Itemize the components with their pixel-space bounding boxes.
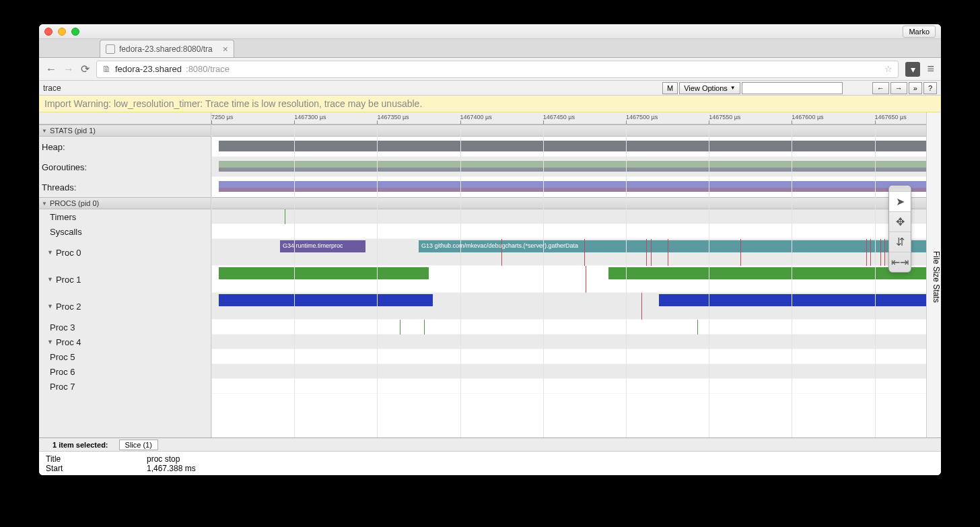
- event-tick[interactable]: [646, 239, 647, 266]
- file-size-stats-tab[interactable]: File Size Stats: [926, 112, 941, 437]
- proc-row-label[interactable]: Proc 0: [39, 239, 211, 266]
- proc-row-label[interactable]: Timers: [39, 209, 211, 224]
- event-tick[interactable]: [880, 239, 881, 266]
- proc-row-label[interactable]: Proc 4: [39, 335, 211, 349]
- proc-row-label[interactable]: Proc 6: [39, 364, 211, 379]
- forward-button[interactable]: →: [63, 63, 74, 75]
- selection-count: 1 item selected:: [39, 441, 115, 449]
- bookmark-star-icon[interactable]: ☆: [884, 64, 893, 74]
- trace-body: STATS (pid 1) Heap:Goroutines:Threads: P…: [39, 112, 941, 437]
- pan-tool-icon[interactable]: ✥: [889, 211, 911, 232]
- event-tick[interactable]: [641, 293, 642, 320]
- trace-span[interactable]: G13 github.com/mkevac/debugcharts.(*serv…: [419, 240, 926, 252]
- proc-track[interactable]: [211, 335, 926, 349]
- browser-tab[interactable]: fedora-23.shared:8080/tra ×: [100, 40, 234, 57]
- track-labels-column: STATS (pid 1) Heap:Goroutines:Threads: P…: [39, 112, 211, 437]
- span-label: G34 runtime.timerproc: [283, 242, 343, 249]
- trace-span[interactable]: [219, 294, 433, 306]
- proc-track[interactable]: [211, 349, 926, 364]
- proc-track[interactable]: [211, 379, 926, 394]
- browser-menu-icon[interactable]: ≡: [927, 62, 934, 76]
- proc-track[interactable]: [211, 293, 926, 320]
- event-tick[interactable]: [870, 239, 871, 266]
- proc-row-label[interactable]: Proc 2: [39, 293, 211, 320]
- proc-track[interactable]: G34 runtime.timerprocG13 github.com/mkev…: [211, 239, 926, 266]
- nav-left-button[interactable]: ←: [872, 82, 889, 94]
- stats-section-header[interactable]: STATS (pid 1): [39, 125, 211, 137]
- trace-span[interactable]: G34 runtime.timerproc: [280, 240, 365, 252]
- m-button[interactable]: M: [662, 82, 678, 94]
- stat-track[interactable]: [211, 137, 926, 157]
- timing-tool-icon[interactable]: ⇤⇥: [889, 252, 911, 272]
- maximize-window-icon[interactable]: [71, 28, 79, 36]
- tick-label: 1467500 µs: [626, 114, 658, 120]
- selection-footer: 1 item selected: Slice (1) Titleproc sto…: [39, 437, 941, 475]
- proc-track[interactable]: [211, 266, 926, 293]
- event-tick[interactable]: [668, 239, 668, 266]
- event-tick[interactable]: [866, 239, 867, 266]
- stat-track[interactable]: [211, 177, 926, 197]
- proc-row-label[interactable]: Syscalls: [39, 224, 211, 239]
- trace-span[interactable]: [659, 294, 926, 306]
- timeline-column[interactable]: 7250 µs1467300 µs1467350 µs1467400 µs146…: [211, 112, 926, 437]
- nav-end-button[interactable]: »: [909, 82, 922, 94]
- tick-label: 1467400 µs: [460, 114, 492, 120]
- proc-track[interactable]: [211, 224, 926, 239]
- time-ruler[interactable]: 7250 µs1467300 µs1467350 µs1467400 µs146…: [211, 112, 926, 125]
- event-tick[interactable]: [586, 266, 586, 293]
- tick-label: 1467300 µs: [294, 114, 326, 120]
- event-tick[interactable]: [651, 239, 652, 266]
- url-path: :8080/trace: [186, 64, 230, 74]
- reload-button[interactable]: ⟳: [81, 63, 90, 75]
- search-input[interactable]: [742, 82, 843, 94]
- event-tick[interactable]: [740, 239, 741, 266]
- event-tick[interactable]: [697, 320, 698, 335]
- tick-label: 1467600 µs: [792, 114, 823, 120]
- back-button[interactable]: ←: [46, 63, 57, 75]
- tab-title: fedora-23.shared:8080/tra: [119, 44, 213, 54]
- stat-track[interactable]: [211, 157, 926, 177]
- site-info-icon[interactable]: 🗎: [102, 64, 111, 74]
- tick-label: 1467650 µs: [875, 114, 907, 120]
- event-tick[interactable]: [501, 239, 502, 266]
- pointer-tool-icon[interactable]: ➤: [889, 191, 911, 211]
- event-tick[interactable]: [884, 239, 885, 266]
- tick-label: 1467450 µs: [543, 114, 575, 120]
- close-window-icon[interactable]: [44, 28, 53, 36]
- timeline-toolbox: ➤ ✥ ⇵ ⇤⇥: [888, 185, 911, 273]
- minimize-window-icon[interactable]: [58, 28, 66, 36]
- stat-row-label: Heap:: [39, 137, 211, 157]
- event-tick[interactable]: [424, 320, 425, 335]
- event-tick[interactable]: [584, 239, 585, 266]
- stat-row-label: Goroutines:: [39, 157, 211, 177]
- slice-tab[interactable]: Slice (1): [119, 440, 158, 450]
- proc-row-label[interactable]: Proc 5: [39, 349, 211, 364]
- address-bar: ← → ⟳ 🗎 fedora-23.shared:8080/trace ☆ ▾ …: [39, 58, 941, 81]
- detail-start-value: 1,467.388 ms: [147, 464, 196, 473]
- proc-track[interactable]: [211, 364, 926, 379]
- topbar-right: M View Options▼ ← → » ?: [662, 82, 937, 94]
- tab-close-icon[interactable]: ×: [223, 44, 228, 55]
- proc-row-label[interactable]: Proc 1: [39, 266, 211, 293]
- procs-section-header[interactable]: PROCS (pid 0): [39, 197, 211, 209]
- help-button[interactable]: ?: [923, 82, 937, 94]
- browser-window: Marko fedora-23.shared:8080/tra × ← → ⟳ …: [39, 24, 941, 475]
- url-input[interactable]: 🗎 fedora-23.shared:8080/trace ☆: [96, 61, 899, 78]
- proc-track[interactable]: [211, 209, 926, 224]
- pocket-extension-icon[interactable]: ▾: [905, 62, 920, 77]
- trace-topbar: trace M View Options▼ ← → » ?: [39, 81, 941, 96]
- detail-title-label: Title: [46, 454, 147, 464]
- proc-track[interactable]: [211, 320, 926, 335]
- zoom-tool-icon[interactable]: ⇵: [889, 232, 911, 252]
- ruler-left-spacer: [39, 112, 211, 125]
- trace-span[interactable]: [608, 267, 926, 279]
- proc-row-label[interactable]: Proc 3: [39, 320, 211, 335]
- proc-row-label[interactable]: Proc 7: [39, 379, 211, 394]
- trace-span[interactable]: [219, 267, 429, 279]
- view-options-button[interactable]: View Options▼: [679, 82, 740, 94]
- profile-button[interactable]: Marko: [903, 26, 936, 38]
- nav-right-button[interactable]: →: [890, 82, 907, 94]
- titlebar: Marko: [39, 24, 941, 39]
- event-tick[interactable]: [400, 320, 400, 335]
- toolbox-grip[interactable]: [889, 186, 911, 191]
